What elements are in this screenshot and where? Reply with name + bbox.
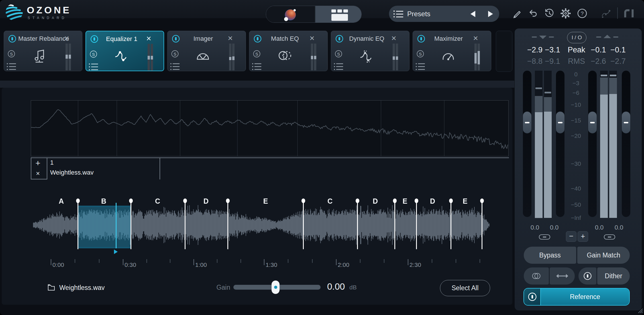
section-marker-line[interactable] (394, 202, 395, 249)
section-label: E (263, 197, 268, 205)
timeline-major-tick (193, 259, 194, 265)
timeline-major-tick (336, 259, 337, 265)
timeline-minor-tick (217, 259, 217, 263)
timeline-minor-tick (75, 259, 75, 263)
meter-rms-bar (600, 95, 608, 218)
timeline-label: 1:00 (195, 261, 207, 268)
timeline-label: 0:00 (52, 261, 64, 268)
timeline-minor-tick (384, 259, 384, 263)
section-label: D (203, 197, 209, 205)
meter-scale-label: 0 (567, 71, 585, 78)
timeline-label: 2:00 (338, 261, 349, 268)
timeline-minor-tick (456, 259, 456, 263)
meter-scale-label: −50 (567, 201, 585, 208)
timeline-minor-tick (241, 259, 241, 263)
timeline-major-tick (264, 259, 264, 265)
playhead-triangle-icon[interactable] (114, 249, 118, 254)
playhead[interactable] (116, 203, 117, 248)
timeline-minor-tick (312, 259, 313, 263)
meter-scale-label: −Inf (567, 214, 585, 221)
timeline-minor-tick (99, 259, 99, 263)
timeline-major-tick (408, 259, 408, 265)
section-marker-line[interactable] (185, 202, 186, 249)
dynamic-layer: ABCDECDEDE0:000:301:001:302:002:300−3−6−… (0, 0, 644, 315)
meter-scale-label: −10 (567, 101, 585, 108)
section-label: D (430, 197, 435, 205)
section-marker-line[interactable] (227, 202, 228, 249)
section-marker-line[interactable] (131, 202, 131, 249)
section-label: C (155, 197, 160, 205)
section-marker-line[interactable] (357, 202, 358, 249)
ozone-window: OZONE STANDARD (0, 0, 644, 315)
section-label: B (101, 197, 106, 205)
timeline-major-tick (123, 259, 123, 265)
meter-peak-hold (609, 74, 617, 77)
timeline-minor-tick (480, 259, 480, 263)
timeline-label: 1:30 (266, 261, 277, 268)
section-label: E (463, 197, 468, 205)
timeline-minor-tick (360, 259, 360, 263)
section-label: D (373, 197, 378, 205)
meter-peak-hold (544, 91, 552, 94)
meter-rms-bar (609, 94, 617, 218)
section-marker-line[interactable] (482, 202, 482, 249)
section-marker-line[interactable] (78, 202, 78, 249)
meter-scale-label: −30 (567, 160, 585, 167)
section-label: C (327, 197, 333, 205)
spectrum-curve (31, 101, 508, 156)
meter-scale-label: −20 (567, 132, 585, 139)
timeline-minor-tick (432, 259, 432, 263)
section-label: E (403, 197, 407, 205)
timeline-label: 2:30 (409, 261, 421, 268)
timeline-major-tick (51, 259, 51, 265)
meter-scale-label: −40 (567, 185, 585, 192)
selection-region[interactable] (78, 206, 131, 248)
meter-scale-label: −15 (567, 117, 585, 124)
meter-rms-bar (544, 112, 552, 218)
meter-peak-hold (535, 87, 543, 90)
meter-scale-label: −3 (567, 80, 585, 87)
meter-peak-hold (600, 74, 608, 77)
meter-rms-bar (535, 112, 543, 218)
section-marker-line[interactable] (303, 202, 304, 249)
section-marker-line[interactable] (416, 202, 417, 249)
section-marker-line[interactable] (451, 202, 451, 249)
meter-scale-label: −6 (567, 89, 585, 96)
timeline-minor-tick (288, 259, 288, 263)
section-label: A (59, 197, 64, 205)
timeline-minor-tick (146, 259, 147, 263)
timeline-minor-tick (170, 259, 170, 263)
timeline-label: 0:30 (125, 261, 136, 268)
